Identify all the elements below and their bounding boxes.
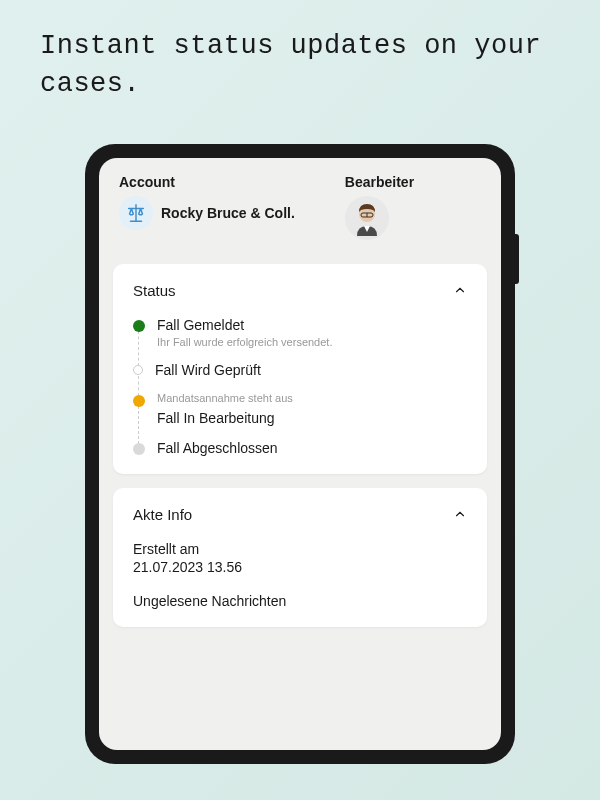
status-card-header[interactable]: Status: [133, 282, 467, 299]
timeline-label: Fall Gemeldet: [157, 317, 467, 333]
account-name: Rocky Bruce & Coll.: [161, 205, 295, 221]
akte-info-card: Akte Info Erstellt am 21.07.2023 13.56 U…: [113, 488, 487, 627]
timeline-connector: [138, 331, 139, 366]
status-dot-hollow: [133, 365, 143, 375]
status-title: Status: [133, 282, 176, 299]
timeline-item: Fall Abgeschlossen: [133, 440, 467, 456]
bearbeiter-label: Bearbeiter: [345, 174, 414, 190]
status-timeline: Fall Gemeldet Ihr Fall wurde erfolgreich…: [133, 317, 467, 456]
timeline-connector: [138, 406, 139, 444]
status-dot-green: [133, 320, 145, 332]
bearbeiter-avatar[interactable]: [345, 196, 389, 240]
tablet-frame: Account Rocky Bruce & Coll. Bearbeiter: [85, 144, 515, 764]
timeline-sub: Mandatsannahme steht aus: [157, 392, 467, 404]
status-dot-orange: [133, 395, 145, 407]
avatar-icon: [345, 196, 389, 240]
timeline-item: Mandatsannahme steht aus Fall In Bearbei…: [133, 392, 467, 440]
timeline-content: Fall Abgeschlossen: [157, 440, 467, 456]
timeline-item: Fall Wird Geprüft: [133, 362, 467, 392]
bearbeiter-column: Bearbeiter: [345, 174, 414, 240]
created-value: 21.07.2023 13.56: [133, 559, 467, 575]
timeline-content: Mandatsannahme steht aus Fall In Bearbei…: [157, 392, 467, 426]
timeline-item: Fall Gemeldet Ihr Fall wurde erfolgreich…: [133, 317, 467, 362]
timeline-label: Fall In Bearbeitung: [157, 410, 467, 426]
unread-label: Ungelesene Nachrichten: [133, 593, 467, 609]
account-row[interactable]: Rocky Bruce & Coll.: [119, 196, 295, 230]
timeline-content: Fall Wird Geprüft: [155, 362, 467, 378]
account-logo: [119, 196, 153, 230]
tablet-power-button: [515, 234, 519, 284]
account-column: Account Rocky Bruce & Coll.: [119, 174, 295, 240]
created-block: Erstellt am 21.07.2023 13.56: [133, 541, 467, 575]
timeline-content: Fall Gemeldet Ihr Fall wurde erfolgreich…: [157, 317, 467, 348]
status-dot-grey: [133, 443, 145, 455]
created-label: Erstellt am: [133, 541, 467, 557]
tablet-screen: Account Rocky Bruce & Coll. Bearbeiter: [99, 158, 501, 750]
timeline-label: Fall Abgeschlossen: [157, 440, 467, 456]
chevron-up-icon: [453, 507, 467, 521]
status-card: Status Fall Gemeldet Ihr Fall wurde erfo…: [113, 264, 487, 474]
timeline-sub: Ihr Fall wurde erfolgreich versendet.: [157, 336, 467, 348]
account-label: Account: [119, 174, 295, 190]
timeline-connector: [138, 376, 139, 396]
scales-icon: [125, 202, 147, 224]
screen-header: Account Rocky Bruce & Coll. Bearbeiter: [99, 158, 501, 250]
akte-info-header[interactable]: Akte Info: [133, 506, 467, 523]
chevron-up-icon: [453, 283, 467, 297]
timeline-label: Fall Wird Geprüft: [155, 362, 467, 378]
promo-headline: Instant status updates on your cases.: [0, 0, 600, 124]
akte-info-title: Akte Info: [133, 506, 192, 523]
